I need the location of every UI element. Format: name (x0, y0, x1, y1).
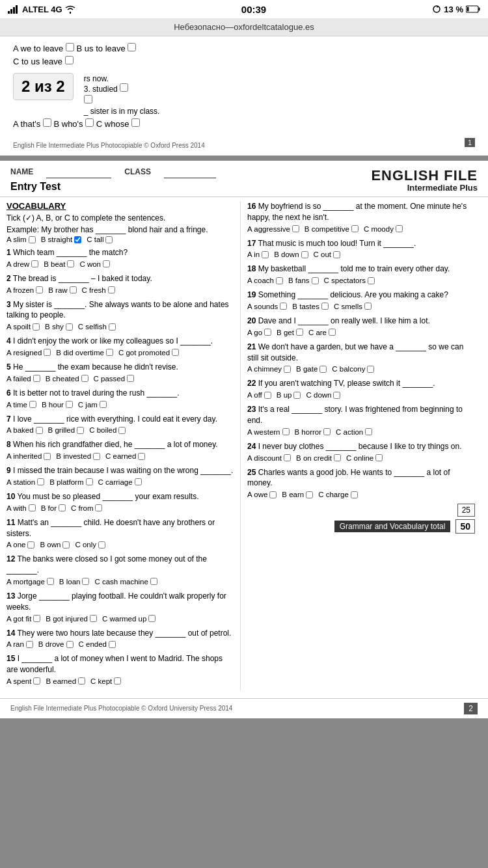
q14-b-checkbox[interactable] (66, 641, 74, 648)
q24-c-checkbox[interactable] (375, 454, 383, 461)
q16-b-checkbox[interactable] (351, 225, 359, 232)
q10-b-checkbox[interactable] (59, 504, 66, 511)
q9-choice-a: A station (7, 478, 44, 486)
q6-c-checkbox[interactable] (100, 401, 107, 408)
q8-text: 8 When his rich grandfather died, he ___… (7, 439, 234, 450)
q15-c-checkbox[interactable] (114, 677, 121, 685)
q17-a-checkbox[interactable] (262, 251, 269, 258)
example-a-cb[interactable] (29, 236, 36, 243)
q2-choice-b: B raw (48, 286, 76, 294)
q1-c-checkbox[interactable] (103, 260, 110, 267)
q8-b-checkbox[interactable] (93, 453, 100, 460)
q21-a-checkbox[interactable] (284, 366, 291, 373)
studied-checkbox[interactable] (120, 83, 128, 92)
q7-a-checkbox[interactable] (36, 427, 43, 434)
q14-a-checkbox[interactable] (26, 641, 33, 648)
q23-choices: A western B horror C action (247, 428, 475, 436)
q1-choice-b: B beat (44, 260, 74, 268)
page2-footer: English File Intermediate Plus Photocopi… (0, 698, 488, 718)
q24-b-checkbox[interactable] (334, 454, 341, 461)
q15-a-checkbox[interactable] (33, 677, 40, 685)
q7-c-checkbox[interactable] (118, 427, 126, 434)
q2-a-checkbox[interactable] (36, 286, 43, 293)
q23-a-checkbox[interactable] (282, 428, 290, 435)
q9-a-checkbox[interactable] (37, 478, 44, 485)
choice-a-checkbox[interactable] (66, 43, 74, 51)
q5-c-checkbox[interactable] (127, 375, 134, 382)
q23-c-checkbox[interactable] (365, 428, 372, 435)
q19-c-checkbox[interactable] (364, 303, 372, 310)
q22-c-checkbox[interactable] (333, 392, 340, 399)
q12-a-checkbox[interactable] (47, 578, 54, 585)
q14-c-checkbox[interactable] (109, 641, 116, 648)
q4-choice-b: B did overtime (56, 349, 113, 357)
whose-checkbox[interactable] (131, 118, 140, 127)
q7-b-checkbox[interactable] (77, 427, 84, 434)
q25-a-checkbox[interactable] (269, 491, 277, 498)
q11-a-checkbox[interactable] (27, 541, 34, 549)
q1-a-checkbox[interactable] (31, 260, 38, 267)
q19-b-checkbox[interactable] (321, 303, 329, 310)
q2-c-checkbox[interactable] (108, 286, 115, 293)
q16-a-checkbox[interactable] (292, 225, 299, 232)
q20-a-checkbox[interactable] (264, 329, 271, 336)
q18-c-checkbox[interactable] (368, 277, 375, 284)
whos-checkbox[interactable] (85, 118, 94, 127)
q21-b-checkbox[interactable] (319, 366, 327, 373)
example-b-cb[interactable] (74, 236, 81, 243)
q20-c-checkbox[interactable] (329, 329, 336, 336)
q23-b-checkbox[interactable] (323, 428, 331, 435)
q15-b-checkbox[interactable] (78, 677, 85, 685)
q4-b-checkbox[interactable] (106, 349, 113, 356)
empty-checkbox[interactable] (84, 95, 92, 103)
q5-b-checkbox[interactable] (81, 375, 88, 382)
q6-a-checkbox[interactable] (29, 401, 36, 408)
q24-a-checkbox[interactable] (284, 454, 291, 461)
q9-b-checkbox[interactable] (86, 478, 93, 485)
q4-c-checkbox[interactable] (172, 349, 179, 356)
q3-c-checkbox[interactable] (109, 323, 116, 331)
question-23: 23 It's a real _______ story. I was frig… (247, 404, 475, 436)
choice-b-checkbox[interactable] (128, 43, 136, 51)
q18-b-checkbox[interactable] (312, 277, 319, 284)
q9-choice-b: B platform (49, 478, 92, 486)
q11-c-checkbox[interactable] (98, 541, 105, 549)
choice-c-checkbox[interactable] (65, 56, 74, 64)
q18-a-checkbox[interactable] (276, 277, 283, 284)
example-c-cb[interactable] (105, 236, 113, 243)
q21-c-checkbox[interactable] (367, 366, 374, 373)
q22-a-checkbox[interactable] (264, 392, 271, 399)
q17-b-checkbox[interactable] (301, 251, 308, 258)
q13-b-checkbox[interactable] (90, 615, 97, 622)
class-field (164, 167, 216, 178)
q25-b-checkbox[interactable] (306, 491, 313, 498)
q20-b-checkbox[interactable] (296, 329, 303, 336)
q2-b-checkbox[interactable] (70, 286, 77, 293)
q6-b-checkbox[interactable] (66, 401, 73, 408)
q4-a-checkbox[interactable] (44, 349, 51, 356)
q5-a-checkbox[interactable] (33, 375, 40, 382)
q8-choice-b: B invested (56, 452, 100, 460)
q1-b-checkbox[interactable] (67, 260, 74, 267)
q19-a-checkbox[interactable] (280, 303, 287, 310)
q17-c-checkbox[interactable] (333, 251, 340, 258)
q9-c-checkbox[interactable] (135, 478, 142, 485)
q22-b-checkbox[interactable] (293, 392, 301, 399)
q12-b-checkbox[interactable] (82, 578, 89, 585)
q10-a-checkbox[interactable] (29, 504, 36, 511)
q10-c-checkbox[interactable] (95, 504, 102, 511)
question-5: 5 He _______ the exam because he didn't … (7, 362, 234, 383)
q3-a-checkbox[interactable] (33, 323, 40, 331)
q12-c-checkbox[interactable] (150, 578, 157, 585)
thats-checkbox[interactable] (43, 118, 51, 127)
q16-c-checkbox[interactable] (396, 225, 403, 232)
q8-a-checkbox[interactable] (44, 453, 51, 460)
q11-b-checkbox[interactable] (62, 541, 70, 549)
q8-c-checkbox[interactable] (138, 453, 145, 460)
q2-choice-c: C fresh (82, 286, 115, 294)
q13-c-checkbox[interactable] (148, 615, 156, 622)
q3-b-checkbox[interactable] (66, 323, 73, 331)
q25-c-checkbox[interactable] (351, 491, 358, 498)
q12-text: 12 The banks were closed so I got some m… (7, 554, 234, 576)
q13-a-checkbox[interactable] (33, 615, 40, 622)
